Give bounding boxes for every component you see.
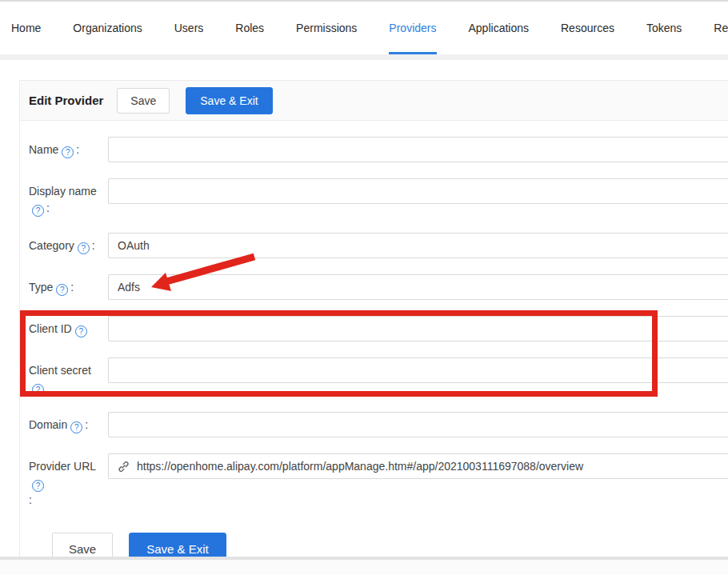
- nav-item-providers[interactable]: Providers: [373, 2, 452, 54]
- category-label: Category?:: [29, 233, 108, 258]
- nav-item-applications[interactable]: Applications: [453, 2, 546, 54]
- save-button-top[interactable]: Save: [117, 88, 170, 114]
- nav-item-records[interactable]: Records: [698, 2, 728, 54]
- save-and-exit-button-top[interactable]: Save & Exit: [186, 87, 272, 114]
- form-row-name: Name?:: [29, 137, 728, 162]
- help-icon[interactable]: ?: [70, 421, 82, 433]
- display-name-input[interactable]: [108, 178, 728, 204]
- domain-label: Domain?:: [29, 412, 108, 437]
- provider-url-label: Provider URL?:: [29, 453, 108, 509]
- panel-body: Name?: Display name?: Category?: OAuth T…: [20, 121, 728, 557]
- page-title: Edit Provider: [29, 94, 103, 107]
- form-row-type: Type?: Adfs: [29, 274, 728, 300]
- client-secret-label: Client secret?: [29, 357, 108, 396]
- nav-bottom-band: [0, 54, 728, 60]
- nav-item-roles[interactable]: Roles: [219, 2, 280, 54]
- domain-input[interactable]: [108, 412, 728, 437]
- help-icon[interactable]: ?: [32, 205, 44, 217]
- spacer: [0, 60, 728, 80]
- form-row-domain: Domain?:: [29, 412, 728, 437]
- provider-url-value: https://openhome.alipay.com/platform/app…: [137, 460, 583, 473]
- save-and-exit-button-bottom[interactable]: Save & Exit: [129, 533, 226, 557]
- type-select[interactable]: Adfs: [108, 274, 728, 300]
- nav-item-home[interactable]: Home: [0, 2, 57, 54]
- form-row-provider-url: Provider URL?: https://openhome.alipay.c…: [29, 453, 728, 509]
- client-secret-input[interactable]: [108, 357, 728, 383]
- nav-item-permissions[interactable]: Permissions: [280, 2, 373, 54]
- form-row-display-name: Display name?:: [29, 178, 728, 217]
- type-label: Type?:: [29, 274, 108, 300]
- help-icon[interactable]: ?: [75, 325, 87, 337]
- footer-buttons: Save Save & Exit: [52, 533, 728, 557]
- panel-header: Edit Provider Save Save & Exit: [20, 81, 728, 121]
- link-icon: [118, 461, 130, 473]
- screen: Home Organizations Users Roles Permissio…: [0, 0, 728, 575]
- form-row-category: Category?: OAuth: [29, 233, 728, 258]
- page-bottom-background: [0, 560, 728, 575]
- nav-item-resources[interactable]: Resources: [545, 2, 630, 54]
- nav-item-users[interactable]: Users: [158, 2, 220, 54]
- help-icon[interactable]: ?: [78, 242, 90, 254]
- nav-item-organizations[interactable]: Organizations: [57, 2, 158, 54]
- category-select[interactable]: OAuth: [108, 233, 728, 258]
- form-row-client-secret: Client secret?: [29, 357, 728, 396]
- form-row-client-id: Client ID?: [29, 316, 728, 341]
- name-label: Name?:: [29, 137, 108, 162]
- save-button-bottom[interactable]: Save: [52, 533, 113, 557]
- display-name-label: Display name?:: [29, 178, 108, 217]
- client-id-label: Client ID?: [29, 316, 108, 341]
- edit-provider-panel: Edit Provider Save Save & Exit Name?: Di…: [19, 80, 728, 557]
- help-icon[interactable]: ?: [32, 384, 44, 396]
- name-input[interactable]: [108, 137, 728, 162]
- client-id-input[interactable]: [108, 316, 728, 341]
- nav-item-tokens[interactable]: Tokens: [630, 2, 698, 54]
- help-icon[interactable]: ?: [56, 284, 68, 296]
- help-icon[interactable]: ?: [62, 146, 74, 158]
- provider-url-input[interactable]: https://openhome.alipay.com/platform/app…: [108, 453, 728, 479]
- top-nav: Home Organizations Users Roles Permissio…: [0, 2, 728, 54]
- help-icon[interactable]: ?: [32, 480, 44, 492]
